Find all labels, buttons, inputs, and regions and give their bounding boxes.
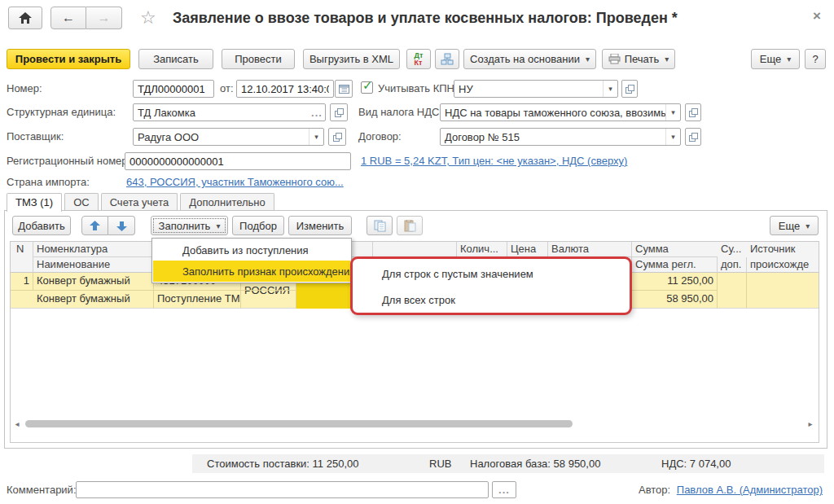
- debit-credit-icon: ДтКт: [415, 52, 424, 67]
- help-button[interactable]: ?: [805, 49, 826, 69]
- calendar-button[interactable]: [335, 80, 353, 98]
- author-link[interactable]: Павлов А.В. (Администратор): [677, 484, 823, 496]
- edit-row-button[interactable]: Изменить: [288, 216, 352, 235]
- unit-label: Структурная единица:: [7, 106, 116, 118]
- kpn-checkbox[interactable]: ✓: [361, 81, 373, 94]
- paste-rows-button[interactable]: [397, 216, 423, 235]
- open-icon: [689, 133, 698, 142]
- kpn-open-button[interactable]: [621, 80, 638, 98]
- horizontal-scrollbar[interactable]: ◂ ▸: [12, 418, 817, 429]
- vat-kind-open-button[interactable]: [685, 103, 701, 121]
- fill-origin-submenu: Для строк с пустым значением Для всех ст…: [350, 256, 632, 315]
- close-icon: ×: [813, 8, 821, 24]
- submenu-item-all-rows[interactable]: Для всех строк: [353, 287, 630, 313]
- col-header-sum-add[interactable]: Су...: [718, 242, 747, 257]
- unit-field[interactable]: ТД Лакомка ...: [133, 103, 326, 121]
- table-more-button[interactable]: Еще▾: [770, 216, 819, 235]
- rate-link[interactable]: 1 RUB = 5,24 KZT, Тип цен: <не указан>, …: [361, 155, 627, 167]
- copy-rows-button[interactable]: [367, 216, 393, 235]
- menu-item-add-from-receipt[interactable]: Добавить из поступления: [153, 239, 350, 261]
- row-divider: [11, 290, 296, 291]
- col-header-origin-2[interactable]: происхожде: [747, 257, 819, 273]
- document-structure-button[interactable]: [435, 49, 459, 69]
- cell-row-number: 1: [11, 273, 33, 291]
- scroll-left-icon[interactable]: ◂: [12, 419, 22, 428]
- kpn-label: Учитывать КПН: [378, 82, 454, 94]
- show-postings-button[interactable]: ДтКт: [406, 49, 431, 69]
- create-on-base-button[interactable]: Создать на основании▾: [463, 49, 596, 69]
- chevron-down-icon: ▾: [216, 221, 220, 230]
- submenu-item-empty-rows[interactable]: Для строк с пустым значением: [353, 261, 630, 287]
- chevron-down-icon: ▾: [805, 221, 810, 230]
- col-header-n[interactable]: N: [11, 242, 33, 273]
- import-country-link[interactable]: 643, РОССИЯ, участник Таможенного сою...: [126, 176, 344, 188]
- chevron-down-icon: ▾: [665, 104, 680, 121]
- reg-number-input[interactable]: [125, 152, 351, 170]
- scroll-right-icon[interactable]: ▸: [805, 419, 815, 428]
- col-header-name[interactable]: Наименование: [33, 257, 154, 273]
- fill-button[interactable]: Заполнить▾: [151, 216, 228, 235]
- col-header-nomenclature[interactable]: Номенклатура: [33, 242, 154, 257]
- more-button[interactable]: Еще▾: [751, 49, 800, 69]
- write-button[interactable]: Записать: [138, 49, 213, 69]
- pick-button[interactable]: Подбор: [232, 216, 284, 235]
- contract-select[interactable]: Договор № 515 ▾: [440, 128, 681, 146]
- home-button[interactable]: [8, 7, 42, 29]
- add-row-button[interactable]: Добавить: [12, 216, 71, 235]
- tab-os[interactable]: ОС: [64, 193, 99, 212]
- row-divider: [632, 290, 718, 291]
- date-input[interactable]: [236, 80, 334, 98]
- import-country-label: Страна импорта:: [7, 176, 90, 188]
- contract-label: Договор:: [358, 130, 402, 142]
- choose-button[interactable]: ...: [309, 104, 325, 121]
- check-icon: ✓: [362, 78, 373, 93]
- comment-input[interactable]: [76, 481, 489, 498]
- scrollbar-thumb[interactable]: [25, 420, 573, 427]
- close-button[interactable]: ×: [813, 8, 821, 24]
- vat-kind-label: Вид налога НДС:: [358, 106, 442, 118]
- col-header-sum-add-2[interactable]: доп.: [718, 257, 747, 273]
- chevron-down-icon: ▾: [665, 55, 669, 64]
- chevron-down-icon: ▾: [787, 55, 791, 64]
- tab-additional[interactable]: Дополнительно: [180, 193, 274, 212]
- cell-sum-reg: 58 950,00: [632, 291, 718, 309]
- kpn-select[interactable]: НУ ▾: [454, 80, 618, 98]
- currency-code: RUB: [429, 458, 451, 470]
- home-icon: [19, 12, 32, 24]
- open-icon: [335, 108, 344, 117]
- document-window: ← → ☆ Заявление о ввозе товаров и уплате…: [0, 0, 834, 504]
- vat-kind-select[interactable]: НДС на товары таможенного союза, ввозимы…: [440, 103, 681, 121]
- post-button[interactable]: Провести: [222, 49, 295, 69]
- cell-sum: 11 250,00: [632, 273, 718, 291]
- unit-open-button[interactable]: [330, 103, 348, 121]
- post-and-close-button[interactable]: Провести и закрыть: [7, 49, 130, 69]
- move-up-button[interactable]: [81, 216, 108, 235]
- col-header-sum-reg[interactable]: Сумма регл.: [632, 257, 718, 273]
- comment-expand-button[interactable]: ...: [492, 481, 516, 498]
- col-header-origin[interactable]: Источник: [747, 242, 819, 257]
- copy-icon: [374, 220, 386, 232]
- contract-open-button[interactable]: [685, 128, 701, 146]
- tab-tmz[interactable]: ТМЗ (1): [7, 193, 62, 212]
- cell-origin-source: [747, 273, 819, 309]
- number-input[interactable]: [133, 80, 214, 98]
- supplier-label: Поставщик:: [7, 130, 64, 142]
- cell-sum-add: [718, 273, 747, 309]
- forward-icon: →: [98, 11, 111, 25]
- export-xml-button[interactable]: Выгрузить в XML: [303, 49, 400, 69]
- open-icon: [689, 108, 698, 117]
- print-button[interactable]: Печать▾: [602, 49, 675, 69]
- author-label: Автор:: [639, 484, 670, 496]
- open-icon: [626, 85, 634, 94]
- supplier-select[interactable]: Радуга ООО ▾: [133, 128, 324, 146]
- tab-accounts[interactable]: Счета учета: [101, 193, 178, 212]
- col-header-sum[interactable]: Сумма: [632, 242, 718, 257]
- supplier-open-button[interactable]: [328, 128, 346, 146]
- menu-item-fill-origin[interactable]: Заполнить признак происхождения ▶: [153, 261, 350, 282]
- fill-dropdown-menu: Добавить из поступления Заполнить призна…: [151, 238, 352, 283]
- back-button[interactable]: ←: [50, 7, 86, 29]
- move-down-button[interactable]: [108, 216, 135, 235]
- forward-button[interactable]: →: [86, 7, 122, 29]
- favorite-star-button[interactable]: ☆: [140, 7, 156, 28]
- calendar-icon: [339, 84, 349, 94]
